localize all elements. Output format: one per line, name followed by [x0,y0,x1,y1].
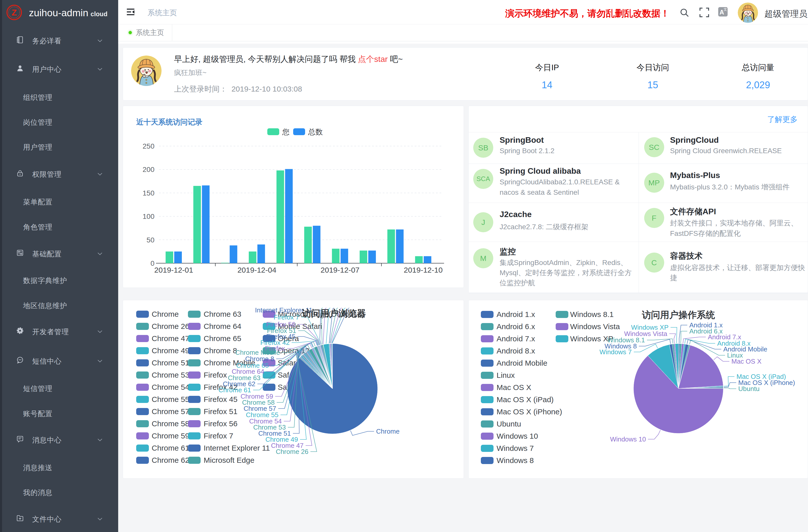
svg-text:Mac OS X (iPhone): Mac OS X (iPhone) [497,407,562,416]
svg-text:Ubuntu: Ubuntu [497,420,521,428]
svg-text:Chrome 59: Chrome 59 [152,432,189,440]
svg-text:150: 150 [143,189,154,197]
svg-text:Ubuntu: Ubuntu [738,385,759,392]
svg-text:Chrome 65: Chrome 65 [204,334,241,343]
svg-text:Firefox 45: Firefox 45 [204,395,237,403]
svg-text:Microsoft Edge: Microsoft Edge [204,456,254,464]
svg-text:Chrome 58: Chrome 58 [152,419,189,428]
svg-text:Chrome 54: Chrome 54 [152,383,189,391]
svg-text:Chrome: Chrome [376,427,400,435]
svg-text:Windows Vista: Windows Vista [570,322,620,331]
svg-text:Windows 10: Windows 10 [610,435,646,443]
svg-text:总数: 总数 [308,128,323,136]
svg-text:Mac OS X (iPad): Mac OS X (iPad) [497,395,554,404]
svg-text:Android Mobile: Android Mobile [497,359,547,367]
svg-text:2019-12-04: 2019-12-04 [237,266,276,274]
svg-text:Mac OS X: Mac OS X [497,383,531,391]
svg-text:Windows 10: Windows 10 [497,432,538,440]
svg-text:Chrome 62: Chrome 62 [152,456,189,464]
svg-text:您: 您 [282,128,290,136]
svg-text:Chrome 55: Chrome 55 [152,395,189,403]
svg-text:Chrome: Chrome [152,310,179,318]
svg-text:Linux: Linux [497,371,515,379]
svg-text:Chrome 64: Chrome 64 [204,322,241,330]
svg-text:Internet Explorer 11: Internet Explorer 11 [204,444,270,452]
svg-text:Windows 8: Windows 8 [497,456,534,464]
svg-text:100: 100 [143,213,154,220]
svg-text:200: 200 [143,166,154,173]
svg-text:0: 0 [150,259,154,267]
svg-text:Windows 7: Windows 7 [600,348,632,356]
svg-text:2019-12-07: 2019-12-07 [320,266,360,274]
svg-text:Windows 8.1: Windows 8.1 [570,310,614,318]
svg-text:Chrome 8: Chrome 8 [204,346,237,355]
svg-text:Chrome 49: Chrome 49 [152,346,189,355]
svg-text:2019-12-10: 2019-12-10 [404,266,443,274]
svg-text:Windows 7: Windows 7 [497,444,534,452]
svg-text:Chrome 51: Chrome 51 [152,359,189,367]
svg-text:Firefox 7: Firefox 7 [204,432,233,440]
svg-text:Chrome 47: Chrome 47 [152,334,189,343]
svg-text:Firefox 51: Firefox 51 [204,407,237,416]
svg-text:Android 7.x: Android 7.x [497,334,535,343]
svg-text:Chrome 61: Chrome 61 [152,444,189,452]
svg-text:Firefox: Firefox [204,371,227,379]
svg-text:Chrome 63: Chrome 63 [204,310,241,318]
svg-text:250: 250 [143,142,154,150]
svg-text:Windows XP: Windows XP [570,334,613,343]
svg-text:Android 1.x: Android 1.x [497,310,535,318]
svg-text:Chrome 53: Chrome 53 [152,371,189,379]
svg-text:50: 50 [147,236,154,244]
svg-text:Mac OS X: Mac OS X [731,357,761,365]
svg-text:Chrome 57: Chrome 57 [152,407,189,416]
svg-text:Z: Z [12,8,17,17]
svg-text:Chrome 26: Chrome 26 [276,448,308,455]
svg-text:Android 8.x: Android 8.x [497,347,535,355]
svg-text:Android 6.x: Android 6.x [497,322,535,331]
svg-text:Chrome 26: Chrome 26 [152,322,189,330]
svg-text:Firefox 56: Firefox 56 [204,419,237,428]
svg-text:Firefox 7: Firefox 7 [274,313,299,321]
svg-text:2019-12-01: 2019-12-01 [154,266,193,274]
